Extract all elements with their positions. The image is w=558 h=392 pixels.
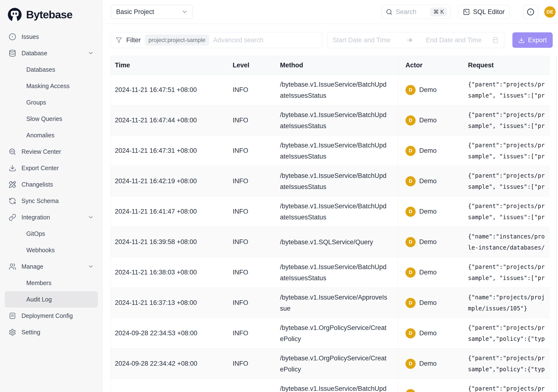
sidebar-item-database[interactable]: Database xyxy=(5,45,98,61)
actor-avatar: D xyxy=(405,207,416,217)
actor-avatar: D xyxy=(405,146,416,156)
sidebar-item-integration[interactable]: Integration xyxy=(5,209,98,226)
cell-request: {"parent":"projects/pr sample","policy":… xyxy=(468,318,550,348)
cell-method: /bytebase.v1.IssueService/BatchUpd ateIs… xyxy=(280,257,398,287)
request-line: sample", "issues":["pr xyxy=(468,151,545,162)
actor-avatar: D xyxy=(405,176,416,186)
sidebar-item-audit-log[interactable]: Audit Log xyxy=(5,291,98,307)
sidebar-item-groups[interactable]: Groups xyxy=(5,94,98,111)
actor-name: Demo xyxy=(419,299,436,306)
search-shortcut-kbd: ⌘ K xyxy=(430,8,447,17)
request-line: {"parent":"projects/pr xyxy=(468,322,545,333)
gear-icon xyxy=(9,329,16,336)
chevron-down-icon xyxy=(87,214,94,220)
cell-actor: D Demo xyxy=(398,257,468,287)
actor-name: Demo xyxy=(419,86,436,94)
sidebar-item-label: Setting xyxy=(21,329,40,336)
project-selector[interactable]: Basic Project xyxy=(111,5,192,19)
search-button[interactable]: Search ⌘ K xyxy=(381,5,451,19)
sidebar-item-sync-schema[interactable]: Sync Schema xyxy=(5,193,98,209)
sidebar-item-members[interactable]: Members xyxy=(5,275,98,291)
method-line: /bytebase.v1.IssueService/BatchUpd xyxy=(280,109,386,121)
filter-chip-project[interactable]: project:project-sample xyxy=(145,35,209,46)
sidebar-item-masking-access[interactable]: Masking Access xyxy=(5,78,98,94)
circle-dot-icon xyxy=(9,33,16,41)
cell-request: {"parent":"projects/pr sample", "issues"… xyxy=(468,75,550,105)
sidebar-item-webhooks[interactable]: Webhooks xyxy=(5,242,98,258)
sidebar-item-changelists[interactable]: Changelists xyxy=(5,176,98,193)
scrollbar-track[interactable] xyxy=(556,56,557,392)
circle-dot-icon xyxy=(527,8,534,16)
table-row: /bytebase.v1.IssueService/BatchUpd {"par… xyxy=(111,379,550,392)
issue-status-button[interactable] xyxy=(523,5,538,19)
column-header-level: Level xyxy=(233,56,280,75)
search-icon xyxy=(386,9,392,15)
table-row: 2024-11-21 16:39:58 +08:00 INFO /bytebas… xyxy=(111,227,550,257)
sidebar-item-slow-queries[interactable]: Slow Queries xyxy=(5,111,98,127)
sidebar-nav: Issues Database Databases Masking Access… xyxy=(5,28,98,340)
date-range-picker[interactable]: Start Date and Time End Date and Time xyxy=(327,32,505,48)
cell-time: 2024-11-21 16:47:44 +08:00 xyxy=(111,105,233,135)
sidebar-item-review-center[interactable]: Review Center xyxy=(5,143,98,160)
request-line: {"parent":"projects/pr xyxy=(468,383,545,392)
actor-avatar: D xyxy=(405,267,416,278)
request-line: {"parent":"projects/pr xyxy=(468,109,545,121)
cell-actor: D Demo xyxy=(398,318,468,348)
actor-name: Demo xyxy=(419,269,436,276)
project-selector-value: Basic Project xyxy=(116,8,154,16)
user-avatar[interactable]: DE xyxy=(544,6,556,18)
sidebar-item-setting[interactable]: Setting xyxy=(5,324,98,340)
sidebar-item-anomalies[interactable]: Anomalies xyxy=(5,127,98,143)
request-line: {"parent":"projects/pr xyxy=(468,261,545,272)
method-line: /bytebase.v1.IssueService/BatchUpd xyxy=(280,170,386,181)
method-line: ateIssuesStatus xyxy=(280,90,326,101)
sidebar-item-manage[interactable]: Manage xyxy=(5,258,98,275)
request-line: {"parent":"projects/pr xyxy=(468,140,545,151)
cell-level: INFO xyxy=(233,227,280,257)
sidebar-item-databases[interactable]: Databases xyxy=(5,61,98,78)
table-row: 2024-09-28 22:34:53 +08:00 INFO /bytebas… xyxy=(111,318,550,348)
sidebar-item-deployment-config[interactable]: Deployment Config xyxy=(5,307,98,324)
table-row: 2024-11-21 16:47:31 +08:00 INFO /bytebas… xyxy=(111,136,550,166)
filter-search-input[interactable]: Filter project:project-sample Advanced s… xyxy=(111,32,322,48)
sidebar-item-gitops[interactable]: GitOps xyxy=(5,226,98,242)
cell-request: {"name":"instances/pro le-instance/datab… xyxy=(468,227,550,257)
bytebase-logo[interactable]: Bytebase xyxy=(5,6,98,28)
cell-level: INFO xyxy=(233,105,280,135)
cell-level: INFO xyxy=(233,348,280,379)
cell-request: {"parent":"projects/pr sample", "issues"… xyxy=(468,257,550,287)
actor-avatar: D xyxy=(405,328,416,339)
search-placeholder: Search xyxy=(396,8,417,16)
cell-level: INFO xyxy=(233,196,280,227)
cell-request: {"parent":"projects/pr sample", "issues"… xyxy=(468,196,550,227)
method-line: ateIssuesStatus xyxy=(280,181,326,192)
sidebar-item-issues[interactable]: Issues xyxy=(5,28,98,45)
cell-request: {"parent":"projects/pr sample","policy":… xyxy=(468,348,550,379)
table-header-row: Time Level Method Actor Request xyxy=(111,56,550,75)
cell-level xyxy=(233,379,280,392)
table-row: 2024-09-28 22:34:42 +08:00 INFO /bytebas… xyxy=(111,348,550,379)
request-line: {"parent":"projects/pr xyxy=(468,353,545,364)
cell-actor: D Demo xyxy=(398,288,468,318)
sql-editor-button[interactable]: SQL Editor xyxy=(458,5,510,19)
sidebar-item-label: Deployment Config xyxy=(21,312,73,319)
column-header-time: Time xyxy=(111,56,233,75)
request-line: le-instance/databases/ xyxy=(468,242,545,253)
request-line: {"parent":"projects/pr xyxy=(468,79,545,90)
sidebar-item-export-center[interactable]: Export Center xyxy=(5,160,98,176)
method-line: /bytebase.v1.IssueService/BatchUpd xyxy=(280,200,386,212)
cell-actor: D Demo xyxy=(398,348,468,379)
filter-label: Filter xyxy=(126,36,141,44)
cell-actor: D Demo xyxy=(398,196,468,227)
brand-name: Bytebase xyxy=(26,9,72,21)
document-icon xyxy=(9,312,16,320)
actor-name: Demo xyxy=(419,147,436,155)
end-date-placeholder: End Date and Time xyxy=(426,36,481,44)
export-label: Export xyxy=(528,36,547,44)
column-header-request: Request xyxy=(468,56,550,75)
actor-name: Demo xyxy=(419,208,436,215)
actor-avatar xyxy=(405,389,416,392)
request-line: sample","policy":{"typ xyxy=(468,333,545,344)
cell-actor: D Demo xyxy=(398,136,468,166)
export-button[interactable]: Export xyxy=(512,32,553,48)
